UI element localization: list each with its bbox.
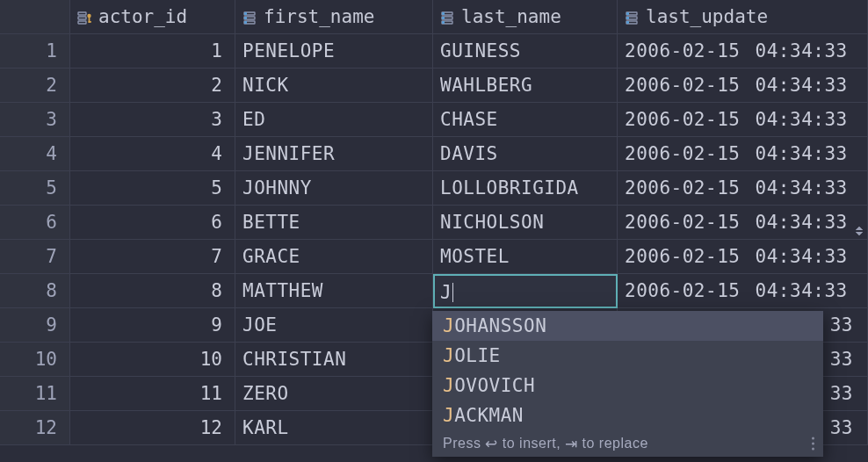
cell-first_name[interactable]: JENNIFER [235,137,433,171]
cell-first_name[interactable]: NICK [235,69,433,103]
cell-last_update[interactable]: 2006-02-15 04:34:33 [618,206,868,240]
row-gutter[interactable]: 12 [0,411,70,445]
cell-last_name[interactable]: MOSTEL [433,240,618,274]
cell-first_name[interactable]: KARL [235,411,433,445]
row-gutter[interactable]: 2 [0,69,70,103]
row-gutter[interactable]: 1 [0,34,70,69]
cell-last_name[interactable]: CHASE [433,103,618,137]
row-gutter[interactable]: 4 [0,137,70,171]
autocomplete-rest: ACKMAN [454,405,524,426]
cell-actor_id[interactable]: 10 [70,343,235,377]
autocomplete-match: J [443,315,454,336]
cell-first_name[interactable]: BETTE [235,206,433,240]
autocomplete-item[interactable]: JACKMAN [432,401,823,430]
autocomplete-item[interactable]: JOLIE [432,341,823,371]
cell-last_update[interactable]: 2006-02-15 04:34:33 [618,240,868,274]
cell-last_update[interactable]: 2006-02-15 04:34:33 [618,103,868,137]
text-caret-icon [452,283,453,302]
column-label: last_update [646,0,768,34]
cell-editor-input[interactable]: J [440,282,452,303]
autocomplete-match: J [443,375,454,396]
cell-actor_id[interactable]: 8 [70,274,235,308]
autocomplete-rest: OVOVICH [454,375,535,396]
autocomplete-popup[interactable]: JOHANSSONJOLIEJOVOVICHJACKMANPress ↩ to … [432,311,823,457]
column-header-last_update[interactable]: last_update [618,0,868,34]
cell-first_name[interactable]: JOE [235,308,433,343]
row-gutter[interactable]: 8 [0,274,70,308]
cell-last_name[interactable]: WAHLBERG [433,69,618,103]
cell-last_update[interactable]: 2006-02-15 04:34:33 [618,274,868,308]
svg-rect-15 [442,12,445,15]
autocomplete-item[interactable]: JOVOVICH [432,371,823,401]
cell-actor_id[interactable]: 6 [70,206,235,240]
cell-first_name[interactable]: JOHNNY [235,171,433,206]
svg-rect-11 [244,21,247,24]
cell-last_name[interactable]: DAVIS [433,137,618,171]
cell-last_name-editing[interactable]: J [433,274,618,308]
cell-first_name[interactable]: ZERO [235,377,433,411]
cell-last_update[interactable]: 2006-02-15 04:34:33 [618,69,868,103]
cell-first_name[interactable]: GRACE [235,240,433,274]
cell-last_name[interactable]: GUINESS [433,34,618,69]
autocomplete-match: J [443,345,454,366]
svg-rect-5 [89,21,91,23]
cell-actor_id[interactable]: 11 [70,377,235,411]
row-gutter[interactable]: 6 [0,206,70,240]
row-gutter[interactable]: 10 [0,343,70,377]
column-header-last_name[interactable]: last_name [433,0,618,34]
tab-key-icon: ⇥ [565,436,578,452]
autocomplete-item[interactable]: JOHANSSON [432,311,823,341]
autocomplete-hint: Press ↩ to insert, ⇥ to replace [432,430,823,457]
svg-rect-2 [78,21,86,24]
cell-first_name[interactable]: MATTHEW [235,274,433,308]
cell-last_name[interactable]: LOLLOBRIGIDA [433,171,618,206]
enter-key-icon: ↩ [485,436,498,452]
column-label: actor_id [98,0,187,34]
more-icon[interactable] [812,437,814,451]
gutter-corner [0,0,70,34]
row-gutter[interactable]: 7 [0,240,70,274]
cell-first_name[interactable]: PENELOPE [235,34,433,69]
svg-rect-0 [78,12,86,15]
svg-rect-9 [244,12,247,15]
svg-rect-23 [626,21,629,24]
autocomplete-rest: OLIE [454,345,501,366]
column-header-actor_id[interactable]: actor_id [70,0,235,34]
svg-rect-22 [626,17,629,19]
cell-last_update[interactable]: 2006-02-15 04:34:33 [618,137,868,171]
svg-rect-17 [442,21,445,24]
svg-rect-1 [78,17,86,19]
cell-actor_id[interactable]: 9 [70,308,235,343]
cell-last_update[interactable]: 2006-02-15 04:34:33 [618,34,868,69]
cell-last_update[interactable]: 2006-02-15 04:34:33 [618,171,868,206]
row-gutter[interactable]: 11 [0,377,70,411]
cell-first_name[interactable]: CHRISTIAN [235,343,433,377]
cell-actor_id[interactable]: 2 [70,69,235,103]
cell-actor_id[interactable]: 12 [70,411,235,445]
cell-first_name[interactable]: ED [235,103,433,137]
column-label: last_name [461,0,561,34]
cell-last_name[interactable]: NICHOLSON [433,206,618,240]
cell-actor_id[interactable]: 1 [70,34,235,69]
svg-rect-21 [626,12,629,15]
row-gutter[interactable]: 9 [0,308,70,343]
column-label: first_name [264,0,374,34]
cell-actor_id[interactable]: 7 [70,240,235,274]
cell-actor_id[interactable]: 3 [70,103,235,137]
cell-actor_id[interactable]: 5 [70,171,235,206]
autocomplete-rest: OHANSSON [454,315,546,336]
column-header-first_name[interactable]: first_name [235,0,433,34]
cell-actor_id[interactable]: 4 [70,137,235,171]
row-gutter[interactable]: 5 [0,171,70,206]
svg-rect-10 [244,17,247,19]
autocomplete-match: J [443,405,454,426]
row-gutter[interactable]: 3 [0,103,70,137]
svg-rect-16 [442,17,445,19]
